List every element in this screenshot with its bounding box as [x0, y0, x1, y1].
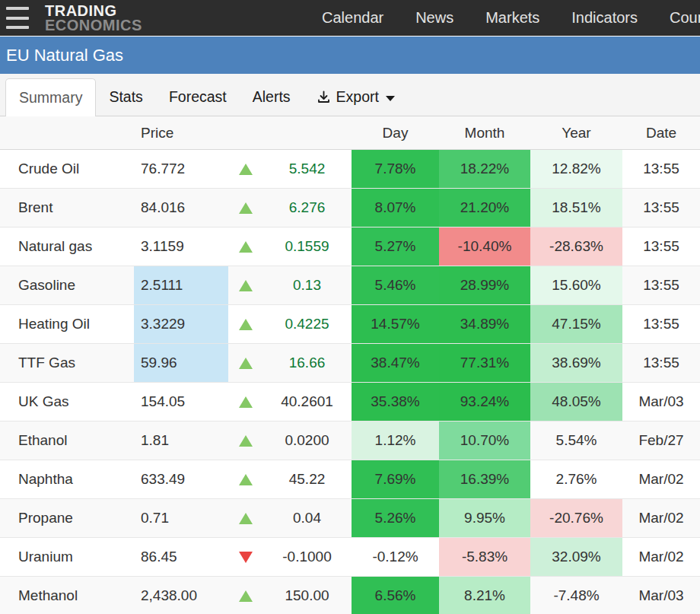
tab-alerts[interactable]: Alerts	[240, 78, 304, 116]
header-date: Date	[622, 116, 700, 149]
tab-stats[interactable]: Stats	[96, 78, 155, 116]
price-value: 1.81	[134, 422, 228, 460]
download-icon	[317, 90, 331, 104]
date-value: Mar/02	[622, 499, 700, 537]
tabs-bar: Summary Stats Forecast Alerts Export	[0, 74, 700, 116]
change-value: 45.22	[262, 460, 352, 498]
change-value: 16.66	[262, 344, 352, 382]
table-row: Naphtha633.4945.227.69%16.39%2.76%Mar/02	[0, 460, 700, 499]
month-percent-cell: 8.21%	[439, 577, 530, 614]
table-row: Natural gas3.11590.15595.27%-10.40%-28.6…	[0, 227, 700, 266]
direction-cell	[228, 577, 262, 614]
date-value: 13:55	[622, 344, 700, 382]
day-percent-cell: 5.27%	[352, 227, 439, 266]
direction-cell	[228, 383, 262, 421]
commodity-name[interactable]: Heating Oil	[0, 305, 134, 343]
table-row: Crude Oil76.7725.5427.78%18.22%12.82%13:…	[0, 150, 700, 189]
price-value: 154.05	[134, 383, 228, 421]
month-percent-cell: 34.89%	[439, 305, 530, 343]
month-percent-cell: -10.40%	[439, 227, 530, 266]
price-value: 86.45	[134, 538, 228, 576]
nav-item-news[interactable]: News	[415, 9, 453, 27]
trading-economics-logo[interactable]: TRADING ECONOMICS	[45, 4, 142, 33]
tab-forecast[interactable]: Forecast	[156, 78, 240, 116]
commodity-name[interactable]: Gasoline	[0, 266, 134, 304]
commodity-name[interactable]: TTF Gas	[0, 344, 134, 382]
year-percent-cell: 2.76%	[530, 460, 622, 498]
year-percent-cell: -28.63%	[530, 227, 622, 266]
commodity-name[interactable]: Propane	[0, 499, 134, 537]
change-value: 0.1559	[262, 227, 352, 266]
month-percent-cell: 77.31%	[439, 344, 530, 382]
page-title-bar: EU Natural Gas	[0, 36, 700, 74]
page-title: EU Natural Gas	[6, 46, 123, 65]
direction-cell	[228, 150, 262, 188]
header-month: Month	[439, 116, 530, 149]
header-year: Year	[530, 116, 622, 149]
price-value: 59.96	[134, 344, 228, 382]
date-value: 13:55	[622, 305, 700, 343]
date-value: Mar/03	[622, 383, 700, 421]
price-value: 633.49	[134, 460, 228, 498]
nav-item-markets[interactable]: Markets	[485, 9, 539, 27]
price-value: 0.71	[134, 499, 228, 537]
day-percent-cell: 35.38%	[352, 383, 439, 421]
day-percent-cell: 8.07%	[352, 189, 439, 227]
year-percent-cell: 12.82%	[530, 150, 622, 188]
top-navbar: TRADING ECONOMICS Calendar News Markets …	[0, 0, 700, 36]
day-percent-cell: 6.56%	[352, 577, 439, 614]
direction-cell	[228, 422, 262, 460]
table-row: Ethanol1.810.02001.12%10.70%5.54%Feb/27	[0, 422, 700, 460]
up-triangle-icon	[239, 280, 253, 291]
date-value: 13:55	[622, 227, 700, 266]
main-nav: Calendar News Markets Indicators Countri…	[322, 0, 700, 36]
month-percent-cell: 21.20%	[439, 189, 530, 227]
year-percent-cell: -20.76%	[530, 499, 622, 537]
change-value: 6.276	[262, 189, 352, 227]
commodity-name[interactable]: Crude Oil	[0, 150, 134, 188]
commodity-name[interactable]: Ethanol	[0, 422, 134, 460]
price-value: 84.016	[134, 189, 228, 227]
commodity-name[interactable]: Methanol	[0, 577, 134, 614]
date-value: Mar/02	[622, 538, 700, 576]
day-percent-cell: 38.47%	[352, 344, 439, 382]
tab-summary[interactable]: Summary	[5, 78, 96, 116]
change-value: 0.4225	[262, 305, 352, 343]
commodity-name[interactable]: Natural gas	[0, 227, 134, 266]
day-percent-cell: 7.69%	[352, 460, 439, 498]
logo-line2: ECONOMICS	[45, 18, 142, 33]
direction-cell	[228, 305, 262, 343]
hamburger-menu-icon[interactable]	[6, 7, 29, 29]
commodity-name[interactable]: Naphtha	[0, 460, 134, 498]
table-header: Price Day Month Year Date	[0, 116, 700, 150]
year-percent-cell: 47.15%	[530, 305, 622, 343]
nav-item-calendar[interactable]: Calendar	[322, 9, 383, 27]
commodity-name[interactable]: Brent	[0, 189, 134, 227]
year-percent-cell: 32.09%	[530, 538, 622, 576]
date-value: Mar/02	[622, 460, 700, 498]
header-day: Day	[352, 116, 439, 149]
commodity-name[interactable]: UK Gas	[0, 383, 134, 421]
caret-down-icon	[386, 96, 395, 101]
month-percent-cell: 93.24%	[439, 383, 530, 421]
up-triangle-icon	[239, 241, 253, 253]
table-row: Uranium86.45-0.1000-0.12%-5.83%32.09%Mar…	[0, 538, 700, 577]
year-percent-cell: -7.48%	[530, 577, 622, 614]
nav-item-indicators[interactable]: Indicators	[571, 9, 638, 27]
date-value: 13:55	[622, 189, 700, 227]
export-button[interactable]: Export	[304, 78, 408, 116]
day-percent-cell: 1.12%	[352, 422, 439, 460]
day-percent-cell: 5.26%	[352, 499, 439, 537]
month-percent-cell: 18.22%	[439, 150, 530, 188]
up-triangle-icon	[239, 164, 253, 175]
table-row: Brent84.0166.2768.07%21.20%18.51%13:55	[0, 189, 700, 227]
price-value: 2.5111	[134, 266, 228, 304]
date-value: Mar/03	[622, 577, 700, 614]
table-row: Gasoline2.51110.135.46%28.99%15.60%13:55	[0, 266, 700, 305]
header-name	[0, 116, 134, 149]
direction-cell	[228, 460, 262, 498]
nav-item-countries[interactable]: Countries	[670, 9, 700, 27]
change-value: 0.0200	[262, 422, 352, 460]
year-percent-cell: 15.60%	[530, 266, 622, 304]
commodity-name[interactable]: Uranium	[0, 538, 134, 576]
